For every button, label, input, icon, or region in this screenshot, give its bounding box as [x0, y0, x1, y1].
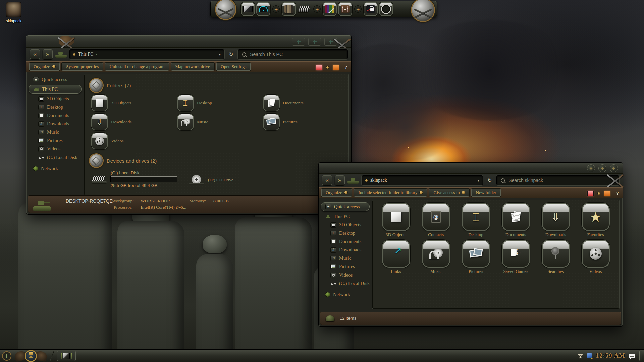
- sidebar-item-videos[interactable]: Videos: [26, 145, 84, 153]
- sidebar-item-3d-objects[interactable]: 3D Objects: [319, 221, 372, 229]
- taskbar-clock[interactable]: 12:59 AM: [596, 352, 626, 359]
- refresh-icon[interactable]: ↻: [227, 51, 235, 57]
- maximize-button[interactable]: [308, 38, 321, 46]
- open-settings-button[interactable]: Open Settings: [216, 63, 251, 71]
- add-icon[interactable]: +: [313, 5, 321, 13]
- sidebar-item-downloads[interactable]: ⇩Downloads: [319, 246, 372, 254]
- sidebar-item-documents[interactable]: Documents: [26, 111, 84, 120]
- view-dropdown-icon[interactable]: [598, 192, 600, 195]
- settings-ring-icon[interactable]: [380, 3, 392, 15]
- address-bar[interactable]: skinpack ▾: [362, 175, 483, 185]
- sidebar-item-pictures[interactable]: Pictures: [26, 136, 84, 145]
- item-music[interactable]: Music: [416, 241, 456, 274]
- drive-tile-cd[interactable]: (D:) CD Drive: [189, 175, 233, 185]
- display-icon[interactable]: [241, 3, 254, 15]
- virtualbox-tray-icon[interactable]: [587, 353, 592, 358]
- item-favorites[interactable]: ★Favorites: [576, 204, 615, 237]
- address-bar[interactable]: This PC • ▾: [69, 49, 224, 59]
- search-input[interactable]: [249, 51, 343, 57]
- preview-pane-icon[interactable]: [604, 191, 610, 196]
- folder-tile-videos[interactable]: Videos: [92, 133, 178, 149]
- sidebar-item-local-disk[interactable]: (C:) Local Disk: [26, 153, 84, 162]
- sidebar-item-desktop[interactable]: ⌶Desktop: [26, 103, 84, 111]
- sidebar-item-pictures[interactable]: Pictures: [319, 262, 372, 271]
- file-explorer-taskbar-button[interactable]: [57, 351, 76, 361]
- map-network-drive-button[interactable]: Map network drive: [171, 63, 214, 71]
- sidebar-item-3d-objects[interactable]: 3D Objects: [26, 95, 84, 103]
- add-icon[interactable]: +: [2, 351, 11, 361]
- start-button[interactable]: [15, 350, 47, 362]
- show-desktop-button[interactable]: [639, 351, 642, 361]
- item-links[interactable]: Links: [376, 241, 416, 274]
- breadcrumb[interactable]: skinpack: [370, 178, 387, 183]
- window2-titlebar[interactable]: [319, 163, 623, 174]
- display-calibration-icon[interactable]: [323, 3, 336, 15]
- back-button[interactable]: «: [30, 49, 40, 59]
- security-monitor-icon[interactable]: [364, 3, 377, 15]
- sidebar-item-local-disk[interactable]: (C:) Local Disk: [319, 279, 372, 288]
- sidebar-item-quick-access[interactable]: ★Quick access: [321, 202, 370, 211]
- folder-tile-downloads[interactable]: ⇩Downloads: [92, 114, 178, 130]
- audio-mixer-icon[interactable]: [339, 3, 352, 15]
- forward-button[interactable]: »: [335, 175, 345, 185]
- group-header-folders[interactable]: Folders (7): [90, 79, 343, 92]
- system-properties-button[interactable]: System properties: [62, 63, 103, 71]
- minimize-button[interactable]: [292, 38, 305, 46]
- close-button[interactable]: [324, 38, 337, 46]
- add-icon[interactable]: +: [272, 5, 280, 13]
- sidebar-item-downloads[interactable]: ⇩Downloads: [26, 120, 84, 128]
- breadcrumb[interactable]: This PC: [78, 52, 94, 57]
- organize-button[interactable]: Organize: [321, 189, 352, 197]
- view-dropdown-icon[interactable]: [326, 66, 329, 69]
- sidebar-item-documents[interactable]: Documents: [319, 237, 372, 246]
- folder-tile-music[interactable]: Music: [178, 114, 264, 130]
- item-contacts[interactable]: @Contacts: [416, 204, 456, 237]
- back-button[interactable]: «: [322, 175, 332, 185]
- organize-button[interactable]: Organize: [29, 63, 60, 71]
- window1-titlebar[interactable]: [26, 35, 351, 48]
- sidebar-item-desktop[interactable]: ⌶Desktop: [319, 229, 372, 237]
- world-emblem-icon[interactable]: [412, 0, 434, 21]
- sidebar-item-music[interactable]: ♬Music: [26, 128, 84, 136]
- sidebar-item-videos[interactable]: Videos: [319, 271, 372, 279]
- add-icon[interactable]: +: [354, 5, 362, 13]
- group-header-devices[interactable]: Devices and drives (2): [90, 154, 343, 167]
- maximize-button[interactable]: [598, 164, 606, 172]
- help-button[interactable]: ?: [343, 65, 349, 70]
- item-pictures[interactable]: Pictures: [456, 241, 496, 274]
- library-books-icon[interactable]: [282, 3, 295, 15]
- sidebar-item-quick-access[interactable]: ★Quick access: [26, 75, 84, 84]
- sidebar-item-music[interactable]: ♬Music: [319, 254, 372, 262]
- address-dropdown-chevron[interactable]: ▾: [477, 178, 479, 183]
- minimize-button[interactable]: [587, 164, 595, 172]
- folder-tile-pictures[interactable]: Pictures: [264, 114, 348, 130]
- sidebar-item-network[interactable]: Network: [319, 290, 372, 299]
- drive-tile-local-disk[interactable]: (C:) Local Disk 25.5 GB free of 49.4 GB: [92, 170, 177, 188]
- desktop-shortcut-skinpack[interactable]: skinpack: [3, 2, 25, 23]
- change-view-icon[interactable]: [316, 65, 322, 70]
- close-button[interactable]: [610, 164, 618, 172]
- address-dropdown-chevron[interactable]: ▾: [219, 52, 221, 57]
- forward-button[interactable]: »: [43, 49, 53, 59]
- ramp-device-icon[interactable]: [298, 3, 311, 15]
- notification-center-icon[interactable]: [629, 354, 635, 358]
- item-searches[interactable]: Searches: [536, 241, 576, 274]
- change-view-icon[interactable]: [587, 191, 594, 196]
- folder-tile-3d-objects[interactable]: 3D Objects: [92, 95, 178, 111]
- search-input[interactable]: [508, 177, 615, 183]
- give-access-button[interactable]: Give access to: [429, 189, 469, 197]
- item-desktop[interactable]: ⌶Desktop: [456, 204, 496, 237]
- item-documents[interactable]: Documents: [496, 204, 536, 237]
- folder-tile-documents[interactable]: Documents: [264, 95, 348, 111]
- sidebar-item-network[interactable]: Network: [26, 164, 84, 173]
- item-downloads[interactable]: ⇩Downloads: [536, 204, 576, 237]
- refresh-icon[interactable]: ↻: [486, 177, 494, 183]
- world-emblem-icon[interactable]: [216, 0, 235, 19]
- wireless-icon[interactable]: [257, 3, 270, 15]
- uninstall-program-button[interactable]: Uninstall or change a program: [105, 63, 169, 71]
- language-indicator-icon[interactable]: [578, 353, 583, 359]
- preview-pane-icon[interactable]: [333, 65, 339, 70]
- new-folder-button[interactable]: New folder: [471, 189, 500, 197]
- search-box[interactable]: [238, 49, 348, 59]
- include-in-library-button[interactable]: Include selected folder in library: [354, 189, 427, 197]
